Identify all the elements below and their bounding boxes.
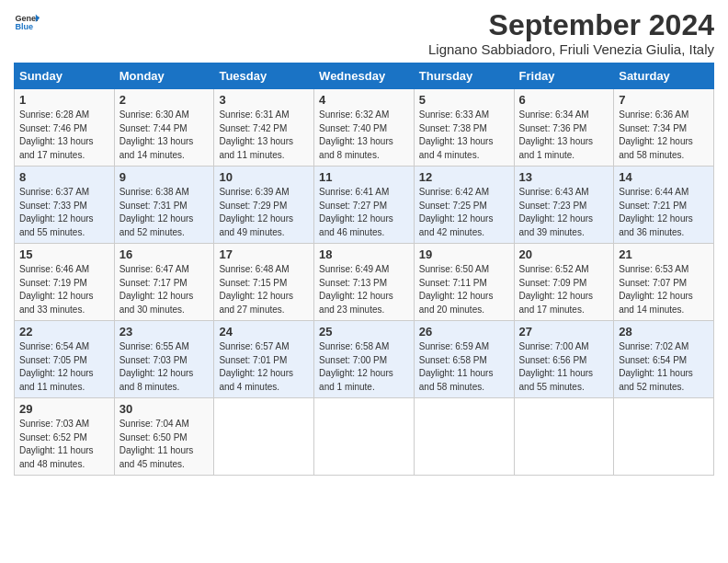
week-row-4: 22Sunrise: 6:54 AMSunset: 7:05 PMDayligh… [15, 321, 714, 398]
logo-icon: General Blue [14, 9, 40, 35]
logo: General Blue [14, 9, 40, 35]
day-number: 30 [119, 402, 210, 416]
day-number: 18 [319, 247, 409, 261]
calendar-cell: 3Sunrise: 6:31 AMSunset: 7:42 PMDaylight… [214, 89, 314, 167]
calendar-cell: 8Sunrise: 6:37 AMSunset: 7:33 PMDaylight… [15, 167, 115, 244]
day-number: 25 [319, 325, 409, 339]
day-number: 2 [119, 93, 210, 107]
day-info: Sunrise: 7:04 AMSunset: 6:50 PMDaylight:… [119, 418, 210, 471]
day-number: 20 [519, 247, 609, 261]
calendar-cell [214, 398, 314, 476]
calendar-table: SundayMondayTuesdayWednesdayThursdayFrid… [14, 63, 714, 476]
calendar-cell: 21Sunrise: 6:53 AMSunset: 7:07 PMDayligh… [614, 244, 714, 321]
day-info: Sunrise: 6:52 AMSunset: 7:09 PMDaylight:… [519, 263, 609, 316]
day-number: 27 [519, 325, 609, 339]
day-info: Sunrise: 6:32 AMSunset: 7:40 PMDaylight:… [319, 109, 409, 162]
calendar-cell: 16Sunrise: 6:47 AMSunset: 7:17 PMDayligh… [114, 244, 214, 321]
day-info: Sunrise: 6:46 AMSunset: 7:19 PMDaylight:… [19, 263, 109, 316]
week-row-5: 29Sunrise: 7:03 AMSunset: 6:52 PMDayligh… [15, 398, 714, 476]
day-info: Sunrise: 7:00 AMSunset: 6:56 PMDaylight:… [519, 340, 609, 394]
day-info: Sunrise: 6:31 AMSunset: 7:42 PMDaylight:… [219, 109, 309, 162]
day-info: Sunrise: 6:57 AMSunset: 7:01 PMDaylight:… [219, 340, 309, 394]
title-block: September 2024 Lignano Sabbiadoro, Friul… [428, 9, 714, 57]
calendar-cell: 29Sunrise: 7:03 AMSunset: 6:52 PMDayligh… [15, 398, 115, 476]
day-number: 9 [119, 170, 210, 184]
calendar-title: September 2024 [428, 9, 714, 41]
calendar-header: SundayMondayTuesdayWednesdayThursdayFrid… [15, 63, 714, 89]
day-info: Sunrise: 6:37 AMSunset: 7:33 PMDaylight:… [19, 186, 109, 239]
day-number: 4 [319, 93, 409, 107]
day-number: 26 [419, 325, 509, 339]
day-info: Sunrise: 6:55 AMSunset: 7:03 PMDaylight:… [119, 340, 210, 394]
calendar-cell: 22Sunrise: 6:54 AMSunset: 7:05 PMDayligh… [15, 321, 115, 398]
day-info: Sunrise: 6:41 AMSunset: 7:27 PMDaylight:… [319, 186, 409, 239]
calendar-cell: 17Sunrise: 6:48 AMSunset: 7:15 PMDayligh… [214, 244, 314, 321]
day-info: Sunrise: 6:44 AMSunset: 7:21 PMDaylight:… [619, 186, 709, 239]
day-info: Sunrise: 7:02 AMSunset: 6:54 PMDaylight:… [619, 340, 709, 394]
day-number: 12 [419, 170, 509, 184]
week-row-2: 8Sunrise: 6:37 AMSunset: 7:33 PMDaylight… [15, 167, 714, 244]
day-header-friday: Friday [514, 63, 614, 89]
day-number: 16 [119, 247, 210, 261]
calendar-cell: 13Sunrise: 6:43 AMSunset: 7:23 PMDayligh… [514, 167, 614, 244]
day-info: Sunrise: 6:43 AMSunset: 7:23 PMDaylight:… [519, 186, 609, 239]
day-number: 11 [319, 170, 409, 184]
calendar-cell: 12Sunrise: 6:42 AMSunset: 7:25 PMDayligh… [414, 167, 514, 244]
day-header-wednesday: Wednesday [314, 63, 415, 89]
calendar-cell: 1Sunrise: 6:28 AMSunset: 7:46 PMDaylight… [15, 89, 115, 167]
day-number: 15 [19, 247, 109, 261]
calendar-cell: 14Sunrise: 6:44 AMSunset: 7:21 PMDayligh… [614, 167, 714, 244]
calendar-cell: 9Sunrise: 6:38 AMSunset: 7:31 PMDaylight… [114, 167, 214, 244]
day-number: 3 [219, 93, 309, 107]
day-header-thursday: Thursday [414, 63, 514, 89]
day-number: 29 [19, 402, 109, 416]
day-info: Sunrise: 6:39 AMSunset: 7:29 PMDaylight:… [219, 186, 309, 239]
calendar-cell [514, 398, 614, 476]
day-info: Sunrise: 6:58 AMSunset: 7:00 PMDaylight:… [319, 340, 409, 394]
calendar-cell: 7Sunrise: 6:36 AMSunset: 7:34 PMDaylight… [614, 89, 714, 167]
day-number: 28 [619, 325, 709, 339]
calendar-cell: 15Sunrise: 6:46 AMSunset: 7:19 PMDayligh… [15, 244, 115, 321]
calendar-cell: 11Sunrise: 6:41 AMSunset: 7:27 PMDayligh… [314, 167, 415, 244]
day-header-tuesday: Tuesday [214, 63, 314, 89]
day-info: Sunrise: 6:59 AMSunset: 6:58 PMDaylight:… [419, 340, 509, 394]
day-header-monday: Monday [114, 63, 214, 89]
day-info: Sunrise: 6:50 AMSunset: 7:11 PMDaylight:… [419, 263, 509, 316]
calendar-cell: 26Sunrise: 6:59 AMSunset: 6:58 PMDayligh… [414, 321, 514, 398]
calendar-body: 1Sunrise: 6:28 AMSunset: 7:46 PMDaylight… [15, 89, 714, 476]
svg-text:Blue: Blue [15, 22, 33, 31]
calendar-cell: 4Sunrise: 6:32 AMSunset: 7:40 PMDaylight… [314, 89, 415, 167]
calendar-subtitle: Lignano Sabbiadoro, Friuli Venezia Giuli… [428, 41, 714, 57]
calendar-cell: 2Sunrise: 6:30 AMSunset: 7:44 PMDaylight… [114, 89, 214, 167]
day-number: 7 [619, 93, 709, 107]
day-header-row: SundayMondayTuesdayWednesdayThursdayFrid… [15, 63, 714, 89]
day-info: Sunrise: 6:49 AMSunset: 7:13 PMDaylight:… [319, 263, 409, 316]
calendar-cell: 23Sunrise: 6:55 AMSunset: 7:03 PMDayligh… [114, 321, 214, 398]
calendar-cell: 10Sunrise: 6:39 AMSunset: 7:29 PMDayligh… [214, 167, 314, 244]
day-info: Sunrise: 6:53 AMSunset: 7:07 PMDaylight:… [619, 263, 709, 316]
day-number: 14 [619, 170, 709, 184]
calendar-cell: 20Sunrise: 6:52 AMSunset: 7:09 PMDayligh… [514, 244, 614, 321]
day-header-saturday: Saturday [614, 63, 714, 89]
day-info: Sunrise: 6:54 AMSunset: 7:05 PMDaylight:… [19, 340, 109, 394]
calendar-cell [314, 398, 415, 476]
day-number: 5 [419, 93, 509, 107]
day-info: Sunrise: 6:47 AMSunset: 7:17 PMDaylight:… [119, 263, 210, 316]
calendar-cell: 18Sunrise: 6:49 AMSunset: 7:13 PMDayligh… [314, 244, 415, 321]
day-info: Sunrise: 6:36 AMSunset: 7:34 PMDaylight:… [619, 109, 709, 162]
day-number: 6 [519, 93, 609, 107]
calendar-cell [414, 398, 514, 476]
day-number: 24 [219, 325, 309, 339]
day-info: Sunrise: 6:28 AMSunset: 7:46 PMDaylight:… [19, 109, 109, 162]
day-number: 21 [619, 247, 709, 261]
week-row-1: 1Sunrise: 6:28 AMSunset: 7:46 PMDaylight… [15, 89, 714, 167]
calendar-cell: 25Sunrise: 6:58 AMSunset: 7:00 PMDayligh… [314, 321, 415, 398]
day-info: Sunrise: 6:48 AMSunset: 7:15 PMDaylight:… [219, 263, 309, 316]
day-number: 8 [19, 170, 109, 184]
day-number: 19 [419, 247, 509, 261]
day-number: 10 [219, 170, 309, 184]
calendar-cell: 27Sunrise: 7:00 AMSunset: 6:56 PMDayligh… [514, 321, 614, 398]
day-number: 22 [19, 325, 109, 339]
day-number: 13 [519, 170, 609, 184]
week-row-3: 15Sunrise: 6:46 AMSunset: 7:19 PMDayligh… [15, 244, 714, 321]
